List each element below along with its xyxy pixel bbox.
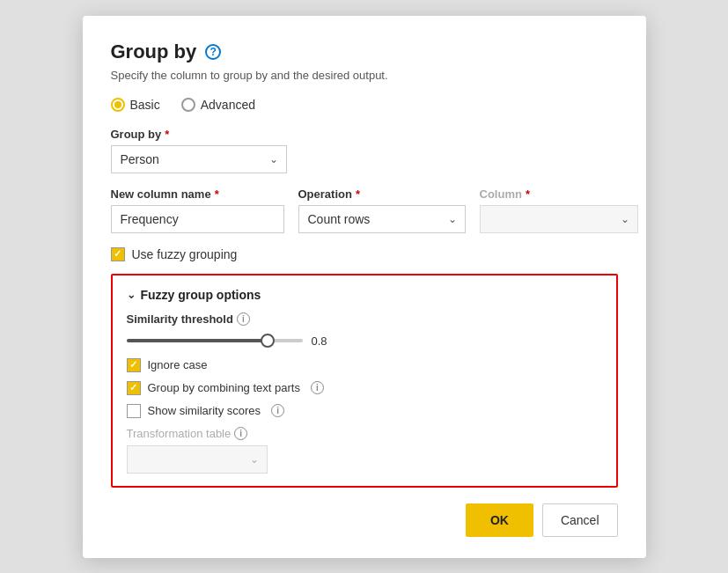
operation-required: *: [356, 187, 360, 201]
show-similarity-checkbox[interactable]: [127, 404, 141, 418]
similarity-threshold-row: Similarity threshold i: [127, 312, 602, 326]
group-by-select[interactable]: Person: [111, 145, 287, 173]
radio-basic-label: Basic: [130, 98, 160, 112]
group-combining-info-icon[interactable]: i: [311, 381, 324, 394]
ignore-case-check-icon: ✓: [129, 360, 137, 370]
column-required: *: [526, 187, 530, 201]
transformation-table-label: Transformation table: [127, 427, 232, 440]
column-label: Column: [480, 187, 522, 201]
slider-container: 0.8: [127, 334, 602, 348]
slider-track: [127, 339, 303, 342]
new-column-required: *: [215, 187, 219, 201]
dialog-subtitle: Specify the column to group by and the d…: [111, 69, 618, 82]
radio-advanced-circle: [181, 98, 195, 112]
group-combining-checkbox[interactable]: ✓: [127, 381, 141, 395]
transformation-table-label-row: Transformation table i: [127, 427, 602, 440]
mode-radio-group: Basic Advanced: [111, 98, 618, 112]
transformation-select: [127, 445, 268, 474]
fuzzy-options-section: ⌄ Fuzzy group options Similarity thresho…: [111, 274, 618, 488]
cancel-button[interactable]: Cancel: [542, 503, 618, 537]
new-column-input[interactable]: [111, 205, 284, 233]
fuzzy-grouping-check-icon: ✓: [114, 249, 121, 259]
ignore-case-checkbox[interactable]: ✓: [127, 358, 141, 372]
fuzzy-grouping-checkbox[interactable]: ✓: [111, 247, 125, 261]
collapse-icon[interactable]: ⌄: [127, 289, 136, 301]
radio-basic-circle: [111, 98, 125, 112]
group-combining-row[interactable]: ✓ Group by combining text parts i: [127, 381, 602, 395]
fuzzy-section-title: ⌄ Fuzzy group options: [127, 288, 602, 302]
help-icon[interactable]: ?: [205, 44, 221, 60]
fuzzy-grouping-row[interactable]: ✓ Use fuzzy grouping: [111, 247, 618, 261]
slider-thumb[interactable]: [261, 334, 275, 348]
operation-select-wrapper: Count rows ⌄: [298, 205, 466, 233]
show-similarity-row[interactable]: Show similarity scores i: [127, 404, 602, 418]
dialog-title: Group by: [111, 40, 197, 63]
column-select: [480, 205, 638, 233]
group-combining-check-icon: ✓: [129, 383, 137, 393]
group-combining-label: Group by combining text parts: [148, 381, 300, 394]
ignore-case-row[interactable]: ✓ Ignore case: [127, 358, 602, 372]
show-similarity-info-icon[interactable]: i: [271, 404, 284, 417]
radio-advanced-label: Advanced: [201, 98, 255, 112]
group-by-field: Group by * Person ⌄: [111, 128, 618, 173]
operation-label: Operation: [298, 187, 352, 201]
radio-basic[interactable]: Basic: [111, 98, 160, 112]
ignore-case-label: Ignore case: [148, 358, 208, 371]
column-select-wrapper: ⌄: [480, 205, 638, 233]
fuzzy-section-title-label: Fuzzy group options: [141, 288, 261, 302]
new-column-label: New column name: [111, 187, 211, 201]
group-by-required: *: [165, 128, 169, 141]
slider-value: 0.8: [312, 334, 327, 348]
radio-advanced[interactable]: Advanced: [181, 98, 255, 112]
similarity-info-icon[interactable]: i: [237, 312, 250, 326]
operation-field: Operation * Count rows ⌄: [298, 187, 466, 233]
ok-button[interactable]: OK: [466, 503, 533, 537]
group-by-select-wrapper: Person ⌄: [111, 145, 287, 173]
slider-fill: [127, 339, 268, 342]
new-column-field: New column name *: [111, 187, 284, 233]
similarity-threshold-label: Similarity threshold i: [127, 312, 250, 326]
transformation-select-wrapper: ⌄: [127, 445, 268, 474]
columns-row: New column name * Operation * Count rows…: [111, 187, 618, 233]
column-field: Column * ⌄: [480, 187, 638, 233]
show-similarity-label: Show similarity scores: [148, 404, 261, 417]
group-by-label: Group by: [111, 128, 162, 141]
operation-select[interactable]: Count rows: [298, 205, 466, 233]
group-by-dialog: Group by ? Specify the column to group b…: [83, 16, 646, 558]
fuzzy-grouping-label: Use fuzzy grouping: [132, 247, 238, 261]
transformation-info-icon[interactable]: i: [234, 427, 247, 440]
dialog-footer: OK Cancel: [111, 503, 618, 537]
